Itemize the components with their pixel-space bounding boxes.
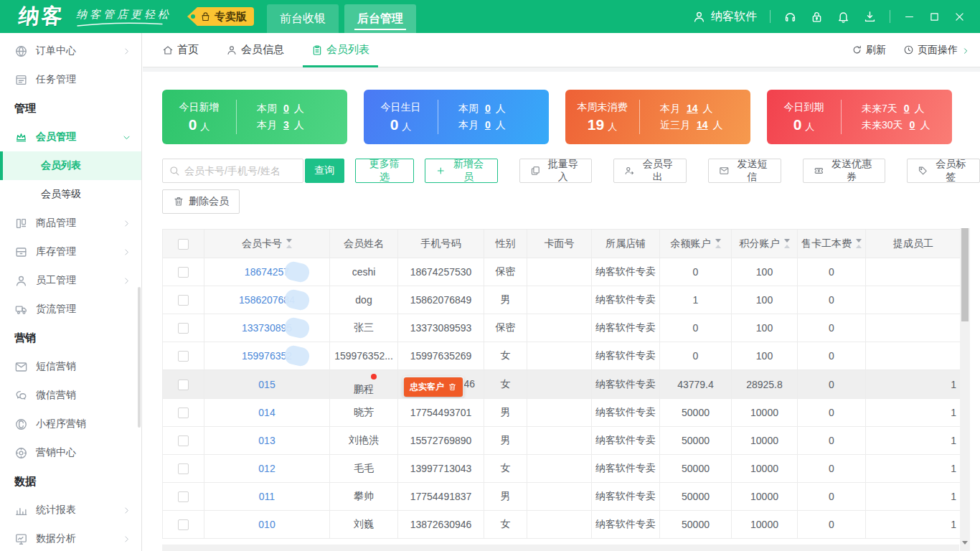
member-card-link[interactable]: 012 [258, 463, 275, 474]
sidebar-item-data-analysis[interactable]: 数据分析 [0, 524, 141, 551]
customer-tag-badge[interactable]: 忠实客户 [404, 377, 463, 397]
cell-member-name: dog [330, 286, 398, 314]
sidebar-item-task-manage[interactable]: 任务管理 [0, 65, 141, 94]
scrollbar-down-arrow[interactable] [962, 541, 968, 545]
member-export-button[interactable]: 会员导出 [613, 159, 687, 183]
chevron-right-icon [122, 276, 131, 286]
sidebar-item-sms-marketing[interactable]: 短信营销 [0, 352, 141, 381]
stat-detail-value[interactable]: 0 [485, 119, 491, 131]
page-operations-button[interactable]: 页面操作 [903, 44, 970, 57]
sidebar-item-report[interactable]: 统计报表 [0, 496, 141, 524]
row-checkbox[interactable] [178, 463, 189, 474]
row-checkbox[interactable] [178, 351, 189, 362]
row-checkbox[interactable] [178, 408, 189, 418]
cell-points: 10000 [732, 511, 798, 539]
window-close-button[interactable] [953, 11, 966, 23]
row-checkbox[interactable] [178, 295, 189, 306]
button-label: 会员标签 [933, 158, 969, 184]
col-余额账户[interactable]: 余额账户 [660, 230, 732, 258]
cell-card-face [527, 370, 592, 399]
sidebar-subitem-member-level[interactable]: 会员等级 [0, 180, 141, 209]
send-coupon-button[interactable]: 发送优惠券 [803, 159, 885, 183]
column-label: 性别 [496, 237, 516, 249]
member-card-link[interactable]: 18674257 [245, 266, 289, 278]
col-积分账户[interactable]: 积分账户 [732, 230, 798, 258]
stat-card-details: 本周0人本月0人 [438, 100, 549, 133]
stat-detail-value[interactable]: 0 [485, 103, 491, 114]
account-menu[interactable]: 纳客软件 [692, 9, 757, 24]
col-会员卡号[interactable]: 会员卡号 [204, 230, 330, 258]
support-headset-icon[interactable] [783, 10, 797, 24]
member-card-link[interactable]: 015 [258, 379, 275, 390]
cell-balance: 43779.4 [660, 370, 732, 399]
download-icon[interactable] [863, 10, 877, 24]
sidebar-item-wechat-marketing[interactable]: 微信营销 [0, 381, 141, 410]
sidebar-subitem-member-list[interactable]: 会员列表 [0, 151, 141, 180]
delete-member-button[interactable]: 删除会员 [162, 189, 240, 214]
sort-icon[interactable] [715, 239, 721, 248]
button-label: 更多筛选 [366, 158, 403, 184]
chevron-right-icon [122, 506, 131, 515]
tab-home[interactable]: 首页 [154, 33, 207, 67]
col-售卡工本费[interactable]: 售卡工本费 [798, 230, 866, 258]
member-card-link[interactable]: 014 [258, 407, 275, 418]
scrollbar-thumb[interactable] [961, 228, 969, 321]
sort-icon[interactable] [784, 239, 790, 248]
stat-detail-value[interactable]: 14 [697, 119, 708, 131]
row-checkbox[interactable] [178, 435, 189, 446]
stat-detail-value[interactable]: 14 [687, 103, 698, 114]
sidebar-scrollbar[interactable] [138, 287, 141, 428]
select-all-checkbox[interactable] [178, 239, 189, 250]
cell-balance: 1 [660, 286, 732, 314]
cell-card-face [527, 342, 592, 370]
search-button[interactable]: 查询 [305, 159, 344, 183]
sidebar-item-logistics-manage[interactable]: 货流管理 [0, 295, 141, 324]
send-sms-button[interactable]: 发送短信 [708, 159, 781, 183]
sidebar-item-label: 统计报表 [36, 504, 76, 517]
member-card-link[interactable]: 013 [258, 435, 275, 446]
refresh-button[interactable]: 刷新 [852, 44, 886, 57]
cell-card-fee: 0 [798, 314, 866, 342]
window-minimize-button[interactable] [903, 11, 915, 23]
batch-import-button[interactable]: 批量导入 [519, 159, 593, 183]
phone-number: 15997635269 [410, 350, 472, 362]
sidebar-item-goods-manage[interactable]: 商品管理 [0, 209, 141, 237]
cell-points: 100 [732, 342, 798, 370]
member-card-link[interactable]: 011 [259, 491, 275, 502]
nav-tab-1[interactable]: 后台管理 [344, 4, 416, 33]
sidebar-item-member-manage[interactable]: 会员管理 [0, 123, 141, 151]
member-card-link[interactable]: 010 [258, 519, 275, 530]
stat-detail-value[interactable]: 0 [910, 119, 915, 131]
lock-screen-icon[interactable] [810, 10, 824, 24]
sort-icon[interactable] [286, 239, 292, 248]
tab-member-list[interactable]: 会员列表 [303, 33, 378, 67]
search-input[interactable] [184, 165, 297, 176]
sidebar-item-staff-manage[interactable]: 员工管理 [0, 266, 141, 295]
sort-icon[interactable] [856, 239, 862, 248]
row-checkbox[interactable] [178, 491, 189, 502]
sidebar-subitem-label: 会员列表 [41, 159, 81, 172]
stat-detail-value[interactable]: 0 [904, 103, 910, 114]
nav-tab-0[interactable]: 前台收银 [267, 4, 339, 33]
window-maximize-button[interactable] [928, 11, 941, 23]
tab-member-info[interactable]: 会员信息 [217, 33, 293, 67]
sidebar-item-stock-manage[interactable]: 库存管理 [0, 237, 141, 266]
stat-detail-value[interactable]: 3 [283, 119, 289, 131]
cell-balance: 50000 [660, 427, 732, 455]
row-checkbox[interactable] [178, 323, 189, 334]
table-scrollbar[interactable] [960, 228, 970, 551]
stat-card-value: 19人 [565, 116, 639, 133]
sidebar-item-miniapp-marketing[interactable]: 小程序营销 [0, 410, 141, 438]
sidebar-item-marketing-center[interactable]: 营销中心 [0, 438, 141, 467]
stat-detail-value[interactable]: 0 [283, 103, 289, 114]
notifications-bell-icon[interactable] [837, 10, 850, 24]
member-tag-button[interactable]: 会员标签 [907, 159, 980, 183]
row-checkbox[interactable] [178, 380, 189, 390]
sidebar-item-order-center[interactable]: 订单中心 [0, 37, 141, 65]
sort-desc-caret [784, 239, 790, 242]
member-table: 会员卡号会员姓名手机号码性别卡面号所属店铺余额账户积分账户售卡工本费提成员工18… [162, 229, 961, 539]
row-checkbox[interactable] [178, 519, 189, 530]
add-member-button[interactable]: 新增会员 [425, 159, 498, 183]
row-checkbox[interactable] [178, 267, 189, 278]
more-filter-button[interactable]: 更多筛选 [355, 159, 414, 183]
